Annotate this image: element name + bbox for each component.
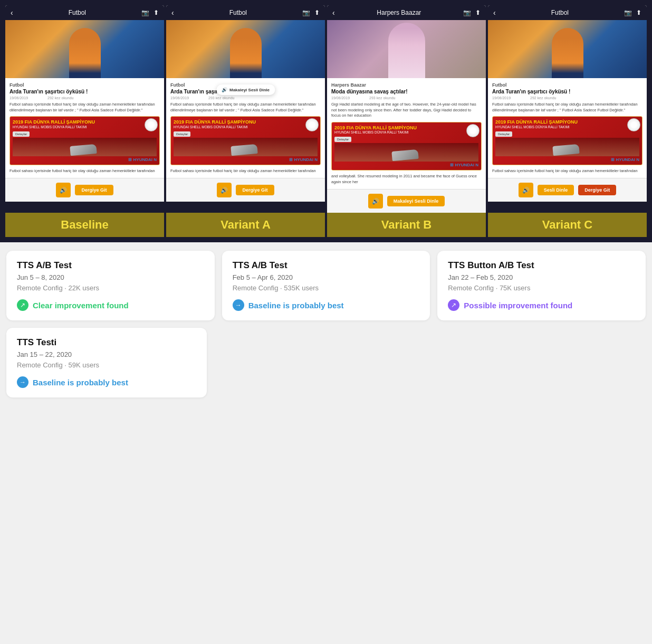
ad-hyundai-logo: ⊞ HYUNDAI N (13, 157, 157, 162)
variant-label-variant_c: Variant C (488, 213, 647, 237)
camera-icon[interactable]: 📷 (141, 9, 149, 16)
card-status: → Baseline is probably best (17, 376, 196, 388)
ad-hyundai-logo: ⊞ HYUNDAI N (174, 157, 318, 162)
card-status: ↗ Possible improvement found (448, 299, 635, 311)
cards-section: TTS A/B Test Jun 5 – 8, 2020 Remote Conf… (0, 242, 652, 413)
hero-image (488, 20, 647, 78)
ad-banner: 2019 FIA DÜNYA RALLİ ŞAMPİYONU HYUNDAI S… (170, 116, 321, 165)
phone-header: ‹ Futbol 📷 ⬆ (5, 5, 164, 20)
ad-title: 2019 FIA DÜNYA RALLİ ŞAMPİYONU (13, 119, 157, 125)
ad-banner: 2019 FIA DÜNYA RALLİ ŞAMPİYONU HYUNDAI S… (492, 116, 643, 165)
camera-icon[interactable]: 📷 (463, 9, 471, 16)
article-body: Futbol sahası içerisinde futbol hariç bi… (9, 102, 160, 113)
article-date: 19/06/2019 293 kez okundu (170, 96, 321, 100)
article-more: and volleyball. She resumed modeling in … (331, 174, 482, 185)
ad-car-image (174, 138, 318, 156)
audio-button[interactable]: 🔊 (368, 194, 383, 209)
article-body: Gigi Hadid started modeling at the age o… (331, 102, 482, 119)
variant-label-text: Variant A (166, 213, 325, 237)
share-icon[interactable]: ⬆ (154, 9, 159, 16)
hero-image (5, 20, 164, 78)
header-title: Futbol (69, 9, 86, 16)
card-date: Jan 22 – Feb 5, 2020 (448, 273, 635, 281)
card-title: TTS A/B Test (17, 260, 204, 271)
sesli-dinle-button[interactable]: Sesli Dinle (538, 185, 574, 195)
variant-label-baseline: Baseline (5, 213, 164, 237)
header-title: Harpers Baazar (377, 9, 421, 16)
card-config: Remote Config · 535K users (233, 284, 420, 292)
status-icon: ↗ (17, 299, 28, 311)
test-card-2[interactable]: TTS Button A/B Test Jan 22 – Feb 5, 2020… (437, 251, 646, 320)
article-date: 19/06/2019 292 kez okundu (9, 96, 160, 100)
ad-button[interactable]: Detaylar (174, 131, 190, 137)
article-more: Futbol sahası içerisinde futbol hariç bi… (492, 168, 643, 174)
status-text: Baseline is probably best (33, 378, 128, 387)
phone-content: Futbol Arda Turan'ın şaşırtıcı öyküsü ! … (488, 78, 647, 178)
article-source: Futbol (492, 82, 643, 88)
ad-badge (466, 124, 480, 137)
bottom-bar: 🔊 Sesli Dinle Dergiye Git (488, 178, 647, 202)
ad-button[interactable]: Detaylar (495, 131, 512, 137)
variant-label-text: Variant C (488, 213, 647, 237)
main-button[interactable]: Dergiye Git (236, 185, 274, 195)
card-date: Jun 5 – 8, 2020 (17, 273, 204, 281)
dergiye-git-button[interactable]: Dergiye Git (578, 185, 616, 195)
card-status: → Baseline is probably best (233, 299, 420, 311)
test-card-1[interactable]: TTS A/B Test Feb 5 – Apr 6, 2020 Remote … (222, 251, 430, 320)
variant-label-variant_b: Variant B (327, 213, 486, 237)
status-icon: → (17, 376, 28, 388)
ad-title: 2019 FIA DÜNYA RALLİ ŞAMPİYONU (334, 125, 478, 131)
ad-badge (145, 118, 158, 131)
variant-label-text: Variant B (327, 213, 486, 237)
ad-hyundai-logo: ⊞ HYUNDAI N (495, 157, 639, 162)
article-source: Futbol (9, 82, 160, 88)
status-text: Baseline is probably best (248, 301, 344, 310)
ad-badge (305, 118, 319, 131)
article-date: 19/06/2019 292 kez okundu (492, 96, 643, 100)
share-icon[interactable]: ⬆ (314, 9, 320, 16)
phone-screen-variant_a: ‹ Futbol 📷 ⬆ 🔊 Makaleyi Sesli Dinle Futb… (166, 5, 325, 202)
ad-title: 2019 FIA DÜNYA RALLİ ŞAMPİYONU (495, 119, 639, 125)
phone-header: ‹ Harpers Baazar 📷 ⬆ (327, 5, 486, 20)
phone-column-variant_a: ‹ Futbol 📷 ⬆ 🔊 Makaleyi Sesli Dinle Futb… (166, 5, 325, 213)
status-icon: ↗ (448, 299, 459, 311)
variant-labels: BaselineVariant AVariant BVariant C (0, 213, 652, 242)
audio-button[interactable]: 🔊 (519, 183, 533, 197)
back-arrow-icon[interactable]: ‹ (11, 8, 13, 17)
camera-icon[interactable]: 📷 (624, 9, 632, 16)
audio-popup: 🔊 Makaleyi Sesli Dinle (216, 84, 275, 95)
back-arrow-icon[interactable]: ‹ (332, 8, 335, 17)
article-more: Futbol sahası içerisinde futbol hariç bi… (170, 168, 321, 174)
card-title: TTS Button A/B Test (448, 260, 635, 271)
share-icon[interactable]: ⬆ (475, 9, 481, 16)
article-body: Futbol sahası içerisinde futbol hariç bi… (170, 102, 321, 113)
header-icons: 📷 ⬆ (141, 9, 159, 16)
phone-screen-variant_c: ‹ Futbol 📷 ⬆ Futbol Arda Turan'ın şaşırt… (488, 5, 647, 202)
bottom-bar: 🔊 Dergiye Git (5, 178, 164, 202)
test-card-0[interactable]: TTS A/B Test Jun 5 – 8, 2020 Remote Conf… (6, 251, 215, 320)
main-button[interactable]: Dergiye Git (75, 185, 113, 195)
back-arrow-icon[interactable]: ‹ (171, 8, 174, 17)
ad-subtitle: HYUNDAI SHELL MOBIS DÜNYA RALLİ TAKIMI (174, 125, 318, 129)
audio-button[interactable]: 🔊 (217, 183, 232, 197)
ad-car-image (495, 138, 639, 156)
card-config: Remote Config · 75K users (448, 284, 635, 292)
article-body: Futbol sahası içerisinde futbol hariç bi… (492, 102, 643, 113)
phone-column-variant_b: ‹ Harpers Baazar 📷 ⬆ Dergiye Git › Harpe… (327, 5, 486, 213)
variant-label-variant_a: Variant A (166, 213, 325, 237)
back-arrow-icon[interactable]: ‹ (493, 8, 496, 17)
article-date: 19/06/2019 293 kez okundu (331, 96, 482, 100)
ad-subtitle: HYUNDAI SHELL MOBIS DÜNYA RALLİ TAKIMI (13, 125, 157, 129)
hero-image (166, 20, 325, 78)
share-icon[interactable]: ⬆ (636, 9, 641, 16)
card-date: Feb 5 – Apr 6, 2020 (233, 273, 420, 281)
test-card-row2-0[interactable]: TTS Testi Jan 15 – 22, 2020 Remote Confi… (6, 328, 207, 397)
camera-icon[interactable]: 📷 (302, 9, 310, 16)
article-more: Futbol sahası içerisinde futbol hariç bi… (9, 168, 160, 174)
ad-button[interactable]: Detaylar (13, 131, 30, 137)
audio-button[interactable]: 🔊 (56, 183, 71, 197)
ad-button[interactable]: Detaylar (334, 137, 351, 142)
main-button[interactable]: Makaleyi Sesli Dinle (387, 196, 445, 206)
article-title: Moda dünyasına savaş açtılar! (331, 88, 482, 95)
status-text: Clear improvement found (33, 301, 129, 310)
